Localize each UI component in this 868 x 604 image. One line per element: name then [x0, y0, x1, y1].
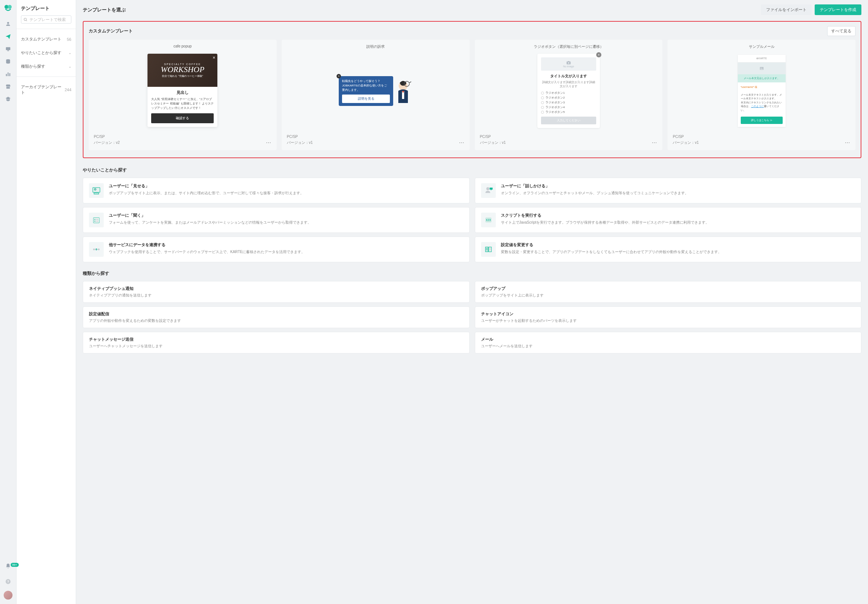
more-icon[interactable]: ⋯	[652, 140, 657, 146]
nav-learn-icon[interactable]	[0, 93, 17, 105]
card-title: ラジオボタン（選択毎に別ページに遷移）	[475, 40, 663, 52]
svg-point-2	[7, 22, 9, 24]
close-icon: ×	[336, 74, 341, 78]
goals-heading: やりたいことから探す	[83, 167, 861, 173]
nav-data-icon[interactable]	[0, 55, 17, 68]
nav-send-icon[interactable]	[0, 30, 17, 43]
sidebar-item-archive[interactable]: アーカイブテンプレート244	[21, 82, 71, 98]
settings-icon	[481, 242, 496, 257]
template-card[interactable]: 説明の訴求 × 転職先をどうやって探そう？JOBKARTEの基本的な使い方をご案…	[282, 40, 470, 150]
search-input-wrap[interactable]	[21, 16, 71, 23]
image-icon	[566, 61, 571, 65]
svg-rect-22	[94, 193, 99, 194]
sidebar: テンプレート カスタムテンプレート56 やりたいことから探す⌄ 種類から探す⌄ …	[17, 0, 76, 604]
types-heading: 種類から探す	[83, 270, 861, 276]
svg-rect-7	[9, 73, 10, 76]
template-card[interactable]: ラジオボタン（選択毎に別ページに遷移） × No image タイトル文が入りま…	[475, 40, 663, 150]
webhook-icon	[89, 242, 104, 257]
svg-point-27	[95, 221, 95, 222]
type-card[interactable]: ネイティブプッシュ通知ネイティブアプリの通知を送信します	[83, 281, 470, 303]
preview-email: ⊕KARTE メール本文見出しが入ります。 *username* 様 メール本文…	[738, 55, 786, 127]
page-title: テンプレートを選ぶ	[83, 7, 126, 13]
goal-card[interactable]: 設定値を変更する変数を設定・変更することで、アプリのアップデートをしなくてもユー…	[475, 236, 862, 262]
nav-users-icon[interactable]	[0, 18, 17, 30]
svg-rect-6	[8, 73, 9, 76]
svg-rect-34	[485, 247, 488, 252]
type-card[interactable]: 設定値配信アプリの外観や動作を変えるための変数を設定できます	[83, 306, 470, 328]
type-card[interactable]: チャットメッセージ送信ユーザーへチャットメッセージを送信します	[83, 332, 470, 354]
svg-point-25	[95, 219, 95, 220]
image-icon	[760, 67, 764, 70]
svg-point-19	[761, 68, 761, 68]
close-icon: ×	[212, 55, 215, 61]
more-icon[interactable]: ⋯	[845, 140, 850, 146]
search-input[interactable]	[29, 17, 69, 22]
template-card[interactable]: サンプルメール ⊕KARTE メール本文見出しが入ります。 *username*…	[668, 40, 856, 150]
user-avatar[interactable]	[4, 591, 12, 599]
goal-card[interactable]: ユーザーに「話しかける」オンライン、オフラインのユーザーとチャットやメール、プッ…	[475, 178, 862, 203]
see-all-button[interactable]: すべて見る	[827, 26, 856, 36]
goal-card[interactable]: ユーザーに「聞く」フォームを使って、アンケートを実施、またはメールアドレスやパー…	[83, 207, 470, 233]
help-icon[interactable]: ?	[0, 575, 17, 588]
svg-line-11	[26, 20, 27, 20]
svg-point-21	[94, 189, 96, 191]
custom-templates-section: カスタムテンプレート すべて見る cafe popup × SPECIALTY …	[83, 21, 861, 158]
svg-rect-35	[488, 247, 491, 252]
chevron-down-icon: ⌄	[68, 51, 71, 55]
goal-card[interactable]: 他サービスにデータを連携するウェブフックを使用することで、サードパーティのウェブ…	[83, 236, 470, 262]
notifications-icon[interactable]: 99+	[0, 560, 17, 572]
ask-icon	[89, 213, 104, 227]
import-button[interactable]: ファイルをインポート	[761, 5, 812, 15]
nav-analytics-icon[interactable]	[0, 68, 17, 80]
brand-logo[interactable]	[3, 4, 13, 13]
card-title: サンプルメール	[668, 40, 856, 52]
notifications-badge: 99+	[11, 563, 19, 567]
script-icon	[481, 213, 496, 227]
create-button[interactable]: テンプレートを作成	[815, 5, 861, 15]
more-icon[interactable]: ⋯	[266, 140, 271, 146]
main-content: テンプレートを選ぶ ファイルをインポート テンプレートを作成 カスタムテンプレー…	[76, 0, 868, 604]
type-card[interactable]: ポップアップポップアップをサイト上に表示します	[475, 281, 862, 303]
svg-line-14	[409, 82, 411, 83]
goal-card[interactable]: ユーザーに「見せる」ポップアップをサイト上に表示、または、サイト内に埋め込む形で…	[83, 178, 470, 203]
character-icon	[394, 79, 412, 103]
card-title: cafe popup	[88, 40, 277, 51]
sidebar-item-custom[interactable]: カスタムテンプレート56	[21, 34, 71, 44]
close-icon: ×	[596, 52, 601, 57]
sidebar-title: テンプレート	[21, 5, 71, 12]
svg-text:?: ?	[7, 580, 9, 584]
preview-radio: × No image タイトル文が入ります 詳細文が入ります詳細文が入ります詳細…	[537, 54, 600, 128]
card-title: 説明の訴求	[282, 40, 470, 52]
preview-bubble: × 転職先をどうやって探そう？JOBKARTEの基本的な使い方をご案内します。 …	[339, 76, 412, 106]
svg-rect-17	[568, 61, 569, 62]
svg-point-1	[8, 5, 12, 9]
custom-heading: カスタムテンプレート	[88, 28, 133, 34]
show-icon	[89, 183, 104, 198]
svg-rect-3	[6, 47, 10, 50]
talk-icon	[481, 183, 496, 198]
chevron-down-icon: ⌄	[68, 64, 71, 68]
goal-card[interactable]: スクリプトを実行するサイト上でJavaScriptを実行できます。ブラウザが保持…	[475, 207, 862, 233]
svg-rect-20	[93, 188, 100, 193]
sidebar-item-type[interactable]: 種類から探す⌄	[21, 61, 71, 71]
svg-point-16	[568, 62, 569, 63]
template-card[interactable]: cafe popup × SPECIALTY COFFEE WORKSHOP 自…	[88, 40, 277, 150]
svg-point-10	[24, 18, 26, 20]
type-card[interactable]: チャットアイコンユーザーがチャットを起動するためのパーツを表示します	[475, 306, 862, 328]
svg-point-23	[486, 187, 489, 190]
nav-chat-icon[interactable]	[0, 43, 17, 55]
icon-rail: 99+ ?	[0, 0, 17, 604]
type-card[interactable]: メールユーザーへメールを送信します	[475, 332, 862, 354]
svg-rect-5	[6, 74, 7, 76]
more-icon[interactable]: ⋯	[459, 140, 465, 146]
sidebar-item-goal[interactable]: やりたいことから探す⌄	[21, 48, 71, 58]
svg-rect-24	[93, 218, 99, 223]
preview-popup: × SPECIALTY COFFEE WORKSHOP 自分で淹れる "究極のコ…	[147, 54, 217, 127]
nav-store-icon[interactable]	[0, 80, 17, 93]
search-icon	[23, 18, 28, 22]
